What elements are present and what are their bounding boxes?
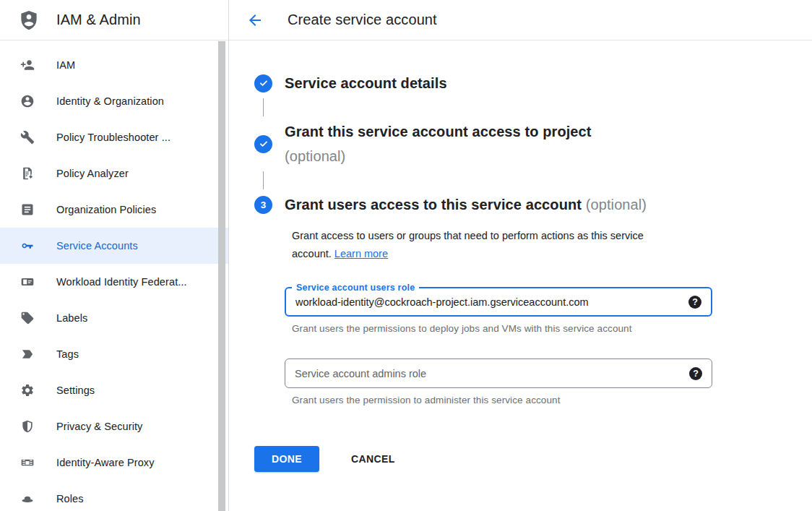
sidebar-item-service-accounts[interactable]: Service Accounts bbox=[0, 228, 228, 264]
sidebar-item-settings[interactable]: Settings bbox=[0, 372, 228, 408]
users-role-field: Service account users role ? bbox=[285, 287, 712, 317]
learn-more-link[interactable]: Learn more bbox=[334, 248, 388, 259]
sidebar-item-iam[interactable]: IAM bbox=[0, 47, 228, 83]
sidebar-header: IAM & Admin bbox=[0, 0, 228, 40]
step3-optional-label: (optional) bbox=[586, 197, 647, 212]
users-role-label: Service account users role bbox=[292, 282, 419, 293]
sidebar-item-organization-policies[interactable]: Organization Policies bbox=[0, 192, 228, 228]
sidebar-item-label: Identity & Organization bbox=[56, 95, 164, 107]
step1-complete-check-icon bbox=[254, 74, 272, 93]
label-icon bbox=[20, 311, 35, 325]
page-header: Create service account bbox=[229, 0, 812, 40]
sidebar-item-label: Settings bbox=[56, 385, 95, 396]
sidebar: IAM & Admin IAM Identity & Organization bbox=[0, 0, 229, 511]
cancel-button[interactable]: CANCEL bbox=[344, 447, 402, 471]
users-role-helper-text: Grant users the permissions to deploy jo… bbox=[292, 323, 812, 334]
step3-body: Grant access to users or groups that nee… bbox=[285, 227, 812, 472]
shield-half-icon bbox=[20, 419, 35, 434]
proxy-grid-icon bbox=[20, 455, 35, 470]
sidebar-item-label: Tags bbox=[56, 348, 79, 360]
sidebar-item-labels[interactable]: Labels bbox=[0, 300, 228, 336]
sidebar-item-privacy-security[interactable]: Privacy & Security bbox=[0, 408, 228, 445]
sidebar-item-label: Privacy & Security bbox=[56, 421, 142, 432]
sidebar-item-tags[interactable]: Tags bbox=[0, 336, 228, 372]
admins-role-field: ? bbox=[285, 358, 712, 388]
article-icon bbox=[20, 202, 35, 217]
step-service-account-details[interactable]: Service account details bbox=[254, 71, 812, 95]
step2-complete-check-icon bbox=[254, 135, 272, 153]
form-actions: DONE CANCEL bbox=[254, 446, 812, 472]
iam-admin-shield-icon bbox=[18, 8, 40, 33]
page-title: Create service account bbox=[288, 12, 437, 28]
tag-arrow-icon bbox=[20, 347, 35, 361]
admins-role-helper-text: Grant users the permission to administer… bbox=[292, 395, 812, 405]
back-button[interactable] bbox=[246, 12, 264, 29]
sidebar-item-identity-organization[interactable]: Identity & Organization bbox=[0, 83, 228, 119]
sidebar-item-label: Labels bbox=[56, 312, 87, 324]
account-circle-icon bbox=[20, 94, 35, 108]
person-add-icon bbox=[20, 58, 35, 72]
step1-title: Service account details bbox=[285, 71, 447, 95]
step2-title: Grant this service account access to pro… bbox=[285, 119, 592, 168]
step-connector bbox=[263, 98, 264, 116]
step-connector bbox=[263, 171, 264, 189]
step3-description: Grant access to users or groups that nee… bbox=[285, 227, 681, 263]
step-grant-users-access[interactable]: 3 Grant users access to this service acc… bbox=[254, 192, 812, 217]
wizard-content: Service account details Grant this servi… bbox=[229, 40, 812, 472]
step-grant-access-to-project[interactable]: Grant this service account access to pro… bbox=[254, 119, 812, 168]
admins-role-input[interactable] bbox=[285, 359, 689, 387]
users-role-help-icon[interactable]: ? bbox=[688, 296, 701, 309]
step2-optional-label: (optional) bbox=[285, 144, 592, 168]
step3-number-badge: 3 bbox=[254, 196, 272, 214]
sidebar-item-policy-troubleshooter[interactable]: Policy Troubleshooter ... bbox=[0, 119, 228, 155]
sidebar-item-label: Policy Analyzer bbox=[56, 168, 129, 179]
sidebar-item-workload-identity-federation[interactable]: Workload Identity Federat... bbox=[0, 264, 228, 300]
service-account-key-icon bbox=[20, 239, 35, 253]
badge-card-icon bbox=[20, 275, 35, 289]
sidebar-item-policy-analyzer[interactable]: Policy Analyzer bbox=[0, 155, 228, 192]
admins-role-help-icon[interactable]: ? bbox=[689, 367, 702, 380]
sidebar-item-roles[interactable]: Roles bbox=[0, 481, 228, 511]
document-gear-icon bbox=[20, 166, 35, 181]
roles-hat-icon bbox=[20, 491, 35, 506]
main-panel: Create service account Service account d… bbox=[229, 0, 812, 511]
sidebar-item-identity-aware-proxy[interactable]: Identity-Aware Proxy bbox=[0, 445, 228, 481]
sidebar-nav: IAM Identity & Organization Policy Troub… bbox=[0, 40, 228, 511]
sidebar-scrollbar[interactable] bbox=[218, 41, 225, 511]
step3-title: Grant users access to this service accou… bbox=[285, 192, 647, 217]
gear-icon bbox=[20, 383, 35, 398]
sidebar-item-label: Roles bbox=[56, 493, 84, 504]
product-title: IAM & Admin bbox=[56, 12, 141, 28]
sidebar-item-label: Policy Troubleshooter ... bbox=[56, 132, 170, 143]
sidebar-item-label: Identity-Aware Proxy bbox=[56, 457, 155, 468]
sidebar-item-label: Organization Policies bbox=[56, 204, 156, 215]
app-window: IAM & Admin IAM Identity & Organization bbox=[0, 0, 812, 511]
sidebar-item-label: Service Accounts bbox=[56, 240, 138, 252]
sidebar-item-label: Workload Identity Federat... bbox=[56, 276, 187, 288]
sidebar-item-label: IAM bbox=[56, 59, 75, 71]
wrench-icon bbox=[20, 130, 35, 145]
done-button[interactable]: DONE bbox=[254, 446, 319, 472]
